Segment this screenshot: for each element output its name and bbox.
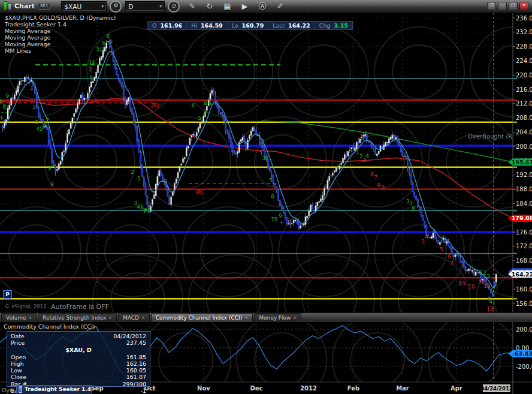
- svg-text:(R): (R): [151, 103, 159, 109]
- low-value: 160.79: [242, 22, 264, 29]
- tab-close-icon[interactable]: ×: [244, 315, 248, 320]
- chevron-down-icon: ▾: [159, 4, 162, 9]
- svg-text:2: 2: [89, 67, 92, 73]
- svg-text:OverBought (R: OverBought (R: [468, 133, 512, 140]
- tab-macd[interactable]: MACD×: [118, 313, 150, 322]
- interval-combo[interactable]: D ▾: [125, 1, 165, 11]
- svg-text:156.00: 156.00: [516, 300, 532, 307]
- last-value: 164.22: [288, 22, 310, 29]
- legend-ma-line: Moving Average: [5, 34, 116, 41]
- legend-ma-line: Moving Average: [5, 28, 116, 34]
- svg-text:1: 1: [30, 85, 34, 91]
- tooltip-label: Low: [11, 367, 22, 374]
- svg-text:195.61: 195.61: [512, 159, 532, 166]
- tooltip-label: Date: [11, 333, 25, 339]
- close-button[interactable]: ✕: [519, 2, 528, 10]
- tab-rsi[interactable]: Relative Strength Index×: [38, 313, 117, 322]
- svg-text:34: 34: [88, 59, 95, 65]
- svg-text:212.00: 212.00: [516, 100, 532, 107]
- autoframe-status: AutoFrame is OFF: [51, 303, 109, 311]
- svg-text:2012: 2012: [300, 385, 317, 392]
- svg-text:200.00: 200.00: [516, 326, 532, 333]
- svg-text:164.22: 164.22: [512, 271, 532, 278]
- svg-text:(R): (R): [195, 190, 203, 196]
- svg-text:7: 7: [450, 260, 454, 266]
- play-circle-icon[interactable]: ▶: [241, 2, 247, 11]
- svg-text:3: 3: [421, 239, 425, 245]
- svg-text:Dec: Dec: [250, 385, 262, 392]
- svg-text:34: 34: [262, 155, 269, 161]
- tab-volume[interactable]: Volume×: [1, 313, 37, 322]
- svg-text:168.00: 168.00: [516, 257, 532, 264]
- svg-text:200.00: 200.00: [516, 143, 532, 150]
- svg-text:3: 3: [486, 273, 490, 279]
- tradesight-icon: [19, 386, 22, 393]
- legend-mmlines-line: MM Lines: [5, 47, 116, 54]
- tooltip-label: Open: [11, 354, 26, 360]
- svg-text:H: H: [0, 115, 2, 121]
- svg-text:204.00: 204.00: [516, 129, 532, 136]
- eraser-icon[interactable]: ✐: [277, 2, 283, 11]
- chevron-down-icon: ▾: [101, 4, 104, 9]
- symbol-value: $XAU: [64, 3, 98, 10]
- study-status-label: Tradesight Seeker 1.4: [25, 386, 91, 392]
- svg-text:2: 2: [261, 139, 264, 145]
- svg-text:172.00: 172.00: [516, 243, 532, 249]
- svg-text:9: 9: [208, 101, 211, 107]
- title-bar: Chart SE1 $XAU ▾ ⚙ D ▾ ◷ ✎ ↻ ▦ ▶ Ⓐ ✐: [0, 0, 532, 13]
- svg-text:176.00: 176.00: [516, 229, 532, 236]
- legend-study-line: Tradesight Seeker 1.4: [5, 21, 116, 28]
- svg-text:192.00: 192.00: [516, 172, 532, 178]
- quote-strip: O161.96 Hi164.59 Lo160.79 Last164.22 Chg…: [147, 21, 353, 30]
- tab-money-flow[interactable]: Money Flow×: [254, 313, 301, 322]
- interval-clock-icon[interactable]: ◷: [168, 1, 180, 13]
- svg-text:4: 4: [489, 299, 492, 305]
- tab-close-icon[interactable]: ×: [108, 315, 112, 320]
- svg-text:7: 7: [374, 175, 377, 181]
- svg-text:4: 4: [365, 153, 369, 159]
- copyright-text: © eSignal, 2012: [5, 303, 47, 309]
- svg-text:1: 1: [89, 76, 93, 82]
- svg-text:3: 3: [35, 119, 38, 125]
- last-label: Last: [273, 22, 285, 29]
- svg-text:45: 45: [36, 126, 43, 132]
- svg-text:5: 5: [440, 246, 443, 252]
- popout-button[interactable]: ❐: [487, 2, 496, 10]
- change-value: 3.15: [334, 22, 347, 29]
- interval-value: D: [128, 3, 156, 10]
- svg-text:5: 5: [269, 178, 273, 184]
- svg-text:9: 9: [279, 213, 282, 219]
- svg-text:89: 89: [144, 207, 151, 213]
- svg-text:6: 6: [271, 194, 274, 200]
- open-label: O: [152, 22, 156, 29]
- svg-text:8: 8: [204, 100, 207, 106]
- symbol-lookup-icon[interactable]: ⚙: [110, 1, 122, 13]
- svg-text:8: 8: [2, 104, 6, 110]
- draw-pencil-icon[interactable]: ✎: [189, 2, 195, 11]
- svg-text:9: 9: [381, 185, 385, 191]
- app-logo-icon: [4, 2, 11, 10]
- tab-close-icon[interactable]: ×: [141, 315, 145, 320]
- data-window-icon[interactable]: ▦: [223, 2, 231, 11]
- tab-close-icon[interactable]: ×: [293, 315, 297, 320]
- svg-text:224.00: 224.00: [516, 58, 532, 64]
- window-badge: SE1: [38, 3, 50, 10]
- svg-text:232.00: 232.00: [516, 29, 532, 35]
- svg-text:Feb: Feb: [347, 385, 359, 392]
- maximize-button[interactable]: ▢: [509, 2, 518, 10]
- tab-cci[interactable]: Commodity Channel Index (CCI)×: [151, 313, 253, 322]
- p-marker-badge[interactable]: P: [3, 290, 12, 299]
- svg-text:184.00: 184.00: [516, 200, 532, 207]
- tooltip-label: Close: [11, 374, 26, 380]
- svg-text:Apr: Apr: [451, 385, 463, 392]
- svg-text:-63.43: -63.43: [512, 350, 532, 357]
- refresh-icon[interactable]: ↻: [206, 2, 213, 11]
- chart-window: 978H12345678912345|768925346789(R)(R)457…: [0, 0, 532, 394]
- auto-analysis-icon[interactable]: Ⓐ: [258, 1, 266, 12]
- minimize-button[interactable]: –: [498, 2, 507, 10]
- tab-close-icon[interactable]: ×: [28, 315, 32, 320]
- svg-text:160.00: 160.00: [516, 286, 532, 293]
- svg-text:4: 4: [191, 103, 195, 109]
- symbol-combo[interactable]: $XAU ▾: [61, 1, 107, 11]
- window-title: Chart: [14, 2, 35, 10]
